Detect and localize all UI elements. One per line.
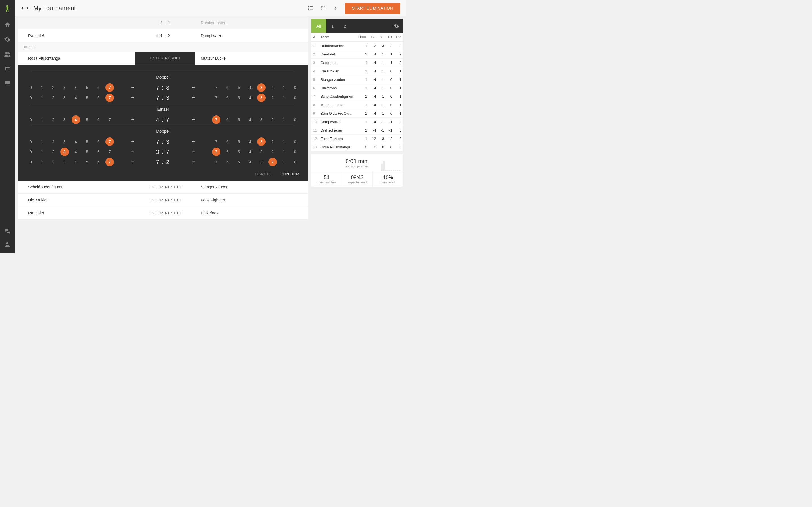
score-num-left[interactable]: 3 (60, 158, 69, 166)
score-num-right[interactable]: 5 (235, 158, 243, 166)
score-num-right[interactable]: 1 (280, 158, 288, 166)
score-num-left[interactable]: 1 (38, 158, 46, 166)
score-num-left[interactable]: 6 (94, 94, 103, 102)
table-row[interactable]: 6Hinkefoos14101 (311, 84, 403, 93)
table-row[interactable]: 12Foos Fighters1-12-3-20 (311, 135, 403, 143)
score-num-left[interactable]: 3 (60, 94, 69, 102)
cancel-button[interactable]: CANCEL (255, 172, 272, 176)
monitor-icon[interactable] (4, 80, 11, 87)
score-num-left[interactable]: 5 (83, 158, 91, 166)
score-num-right[interactable]: 5 (235, 115, 243, 124)
score-num-left[interactable]: 0 (27, 94, 35, 102)
confirm-button[interactable]: CONFIRM (280, 172, 299, 176)
fullscreen-icon[interactable] (320, 5, 326, 11)
enter-result-button[interactable]: ENTER RESULT (135, 52, 195, 64)
score-num-left[interactable]: 6 (94, 137, 103, 146)
score-num-left[interactable]: 2 (49, 137, 57, 146)
plus-icon[interactable]: + (129, 83, 137, 92)
chat-icon[interactable] (4, 228, 11, 234)
score-num-left[interactable]: 2 (49, 115, 57, 124)
score-num-left[interactable]: 0 (27, 137, 35, 146)
score-num-left[interactable]: 2 (49, 83, 57, 92)
score-num-left[interactable]: 3 (60, 115, 69, 124)
match-row[interactable]: ScheißbudenfigurenENTER RESULTStangenzau… (18, 180, 308, 193)
score-num-right[interactable]: 6 (223, 94, 232, 102)
score-num-right[interactable]: 3 (257, 148, 266, 156)
score-num-right[interactable]: 6 (223, 83, 232, 92)
score-num-left[interactable]: 1 (38, 148, 46, 156)
score-num-left[interactable]: 7 (105, 83, 114, 92)
score-num-left[interactable]: 4 (71, 94, 80, 102)
score-num-right[interactable]: 7 (212, 158, 220, 166)
table-row[interactable]: 5Stangenzauber14101 (311, 75, 403, 84)
table-row[interactable]: 4Die Krökler14101 (311, 67, 403, 75)
score-num-left[interactable]: 0 (27, 115, 35, 124)
score-num-left[interactable]: 6 (94, 158, 103, 166)
score-num-left[interactable]: 2 (49, 148, 57, 156)
score-num-right[interactable]: 2 (268, 158, 277, 166)
score-num-left[interactable]: 7 (105, 115, 114, 124)
table-icon[interactable] (4, 65, 11, 72)
score-num-right[interactable]: 6 (223, 137, 232, 146)
score-num-left[interactable]: 0 (27, 158, 35, 166)
score-num-left[interactable]: 4 (71, 148, 80, 156)
score-num-right[interactable]: 4 (246, 137, 254, 146)
gear-icon[interactable] (394, 23, 399, 29)
score-num-right[interactable]: 7 (212, 94, 220, 102)
score-num-left[interactable]: 7 (105, 158, 114, 166)
score-num-left[interactable]: 7 (105, 148, 114, 156)
score-num-left[interactable]: 0 (27, 83, 35, 92)
score-num-right[interactable]: 7 (212, 83, 220, 92)
score-num-right[interactable]: 0 (291, 94, 299, 102)
score-num-left[interactable]: 3 (60, 83, 69, 92)
score-num-right[interactable]: 0 (291, 83, 299, 92)
plus-icon[interactable]: + (189, 158, 197, 166)
chevron-right-icon[interactable] (333, 5, 339, 11)
enter-result-button[interactable]: ENTER RESULT (135, 185, 195, 189)
score-num-left[interactable]: 7 (105, 137, 114, 146)
score-num-right[interactable]: 3 (257, 94, 266, 102)
match-row-active[interactable]: Rosa Plüschtanga ENTER RESULT Mut zur Lü… (18, 52, 308, 65)
score-num-right[interactable]: 3 (257, 115, 266, 124)
score-num-left[interactable]: 0 (27, 148, 35, 156)
score-num-right[interactable]: 0 (291, 137, 299, 146)
score-num-right[interactable]: 1 (280, 148, 288, 156)
tab-all[interactable]: All (311, 19, 326, 33)
enter-result-button[interactable]: ENTER RESULT (135, 211, 195, 215)
plus-icon[interactable]: + (129, 137, 137, 146)
score-num-left[interactable]: 1 (38, 115, 46, 124)
score-num-left[interactable]: 1 (38, 137, 46, 146)
plus-icon[interactable]: + (129, 158, 137, 166)
score-num-left[interactable]: 4 (71, 158, 80, 166)
score-num-left[interactable]: 6 (94, 115, 103, 124)
plus-icon[interactable]: + (129, 148, 137, 156)
score-num-left[interactable]: 5 (83, 137, 91, 146)
score-num-right[interactable]: 4 (246, 83, 254, 92)
people-icon[interactable] (4, 51, 11, 57)
score-num-left[interactable]: 4 (71, 115, 80, 124)
plus-icon[interactable]: + (129, 94, 137, 102)
table-row[interactable]: 9Bäm Oida Fix Oida1-4-101 (311, 109, 403, 118)
score-num-right[interactable]: 4 (246, 94, 254, 102)
table-row[interactable]: 3Gadgettos14112 (311, 59, 403, 67)
score-num-left[interactable]: 1 (38, 83, 46, 92)
score-num-right[interactable]: 1 (280, 83, 288, 92)
score-num-right[interactable]: 1 (280, 137, 288, 146)
table-row[interactable]: 11Drehschieber1-4-1-10 (311, 126, 403, 135)
score-num-right[interactable]: 5 (235, 83, 243, 92)
score-num-right[interactable]: 3 (257, 83, 266, 92)
score-num-right[interactable]: 4 (246, 158, 254, 166)
score-num-left[interactable]: 5 (83, 115, 91, 124)
score-num-right[interactable]: 5 (235, 137, 243, 146)
home-icon[interactable] (4, 21, 11, 28)
score-num-right[interactable]: 5 (235, 94, 243, 102)
start-elimination-button[interactable]: START ELIMINATION (345, 3, 400, 14)
score-num-right[interactable]: 0 (291, 115, 299, 124)
score-num-right[interactable]: 2 (268, 137, 277, 146)
score-num-right[interactable]: 6 (223, 115, 232, 124)
score-num-right[interactable]: 2 (268, 148, 277, 156)
score-num-right[interactable]: 2 (268, 94, 277, 102)
score-num-left[interactable]: 6 (94, 83, 103, 92)
score-num-left[interactable]: 6 (94, 148, 103, 156)
score-num-left[interactable]: 2 (49, 158, 57, 166)
